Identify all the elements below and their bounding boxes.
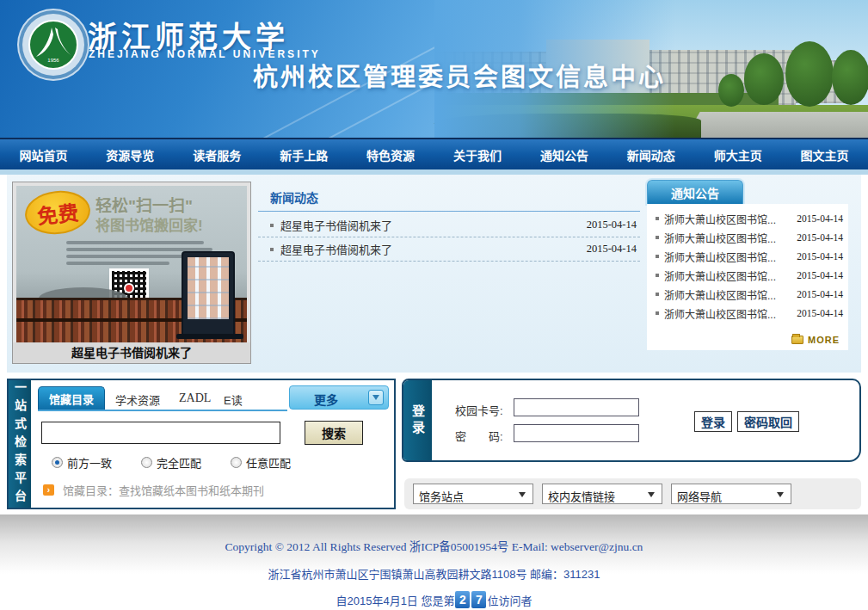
password-retrieve-button[interactable]: 密码取回 — [737, 411, 799, 432]
news-banner[interactable]: 免费 轻松"扫一扫" 将图书馆搬回家! 超星电子书借阅机来了 — [12, 182, 251, 364]
tree-shape — [832, 50, 868, 105]
announcement-item[interactable]: 浙师大萧山校区图书馆... 2015-04-14 — [650, 209, 843, 228]
address-line: 浙江省杭州市萧山区宁围镇萧山高教园耕文路1108号 邮编：311231 — [0, 554, 868, 582]
nav-item-news[interactable]: 新闻动态 — [607, 139, 694, 169]
poster-headline-1: 轻松"扫一扫" — [95, 193, 193, 216]
announcement-title[interactable]: 浙师大萧山校区图书馆... — [664, 231, 793, 245]
chevron-down-icon[interactable] — [368, 390, 384, 405]
select-web-navigation[interactable]: 网络导航 — [671, 484, 791, 504]
announcement-title[interactable]: 浙师大萧山校区图书馆... — [664, 212, 793, 226]
folder-icon — [791, 336, 803, 344]
search-platform-panel: 一站式检索平台 馆藏目录 学术资源 ZADL E读 更多 搜索 前方一致 完全匹… — [7, 379, 396, 509]
catalog-hint: › 馆藏目录：查找馆藏纸本图书和纸本期刊 — [43, 482, 264, 498]
tab-catalog[interactable]: 馆藏目录 — [38, 386, 105, 410]
tree-shape — [718, 74, 744, 107]
tab-eread[interactable]: E读 — [224, 391, 243, 408]
visitor-counter: 自2015年4月1日 您是第 2 7 位访问者 — [0, 582, 868, 608]
radio-prefix-match[interactable]: 前方一致 — [52, 454, 112, 471]
bullet-icon — [656, 217, 659, 220]
announcement-date: 2015-04-14 — [793, 270, 843, 280]
nav-item-home[interactable]: 网站首页 — [0, 139, 87, 169]
poster-image: 免费 轻松"扫一扫" 将图书馆搬回家! — [16, 186, 247, 342]
radio-any-match[interactable]: 任意匹配 — [231, 454, 291, 471]
tree-shape — [744, 53, 784, 105]
bullet-icon — [270, 224, 274, 227]
news-section: 新闻动态 超星电子书借阅机来了 2015-04-14 超星电子书借阅机来了 20… — [258, 183, 640, 262]
nav-item-announcements[interactable]: 通知公告 — [520, 139, 607, 169]
nav-item-getting-started[interactable]: 新手上路 — [261, 139, 348, 169]
search-button[interactable]: 搜索 — [305, 421, 363, 445]
news-item-date: 2015-04-14 — [587, 243, 640, 256]
announcement-date: 2015-04-14 — [793, 308, 843, 318]
poster-headline-2: 将图书馆搬回家! — [95, 213, 203, 235]
nav-item-resources[interactable]: 资源导览 — [87, 139, 174, 169]
nav-item-library-home[interactable]: 图文主页 — [781, 139, 868, 169]
tab-academic-resources[interactable]: 学术资源 — [115, 391, 160, 408]
qr-logo-dot — [124, 283, 134, 293]
announcement-title[interactable]: 浙师大萧山校区图书馆... — [664, 287, 793, 302]
radio-icon — [231, 457, 242, 468]
more-label[interactable]: MORE — [808, 335, 840, 345]
news-underline — [258, 211, 640, 212]
news-item[interactable]: 超星电子书借阅机来了 2015-04-14 — [258, 237, 640, 262]
card-number-label: 校园卡号: — [455, 402, 503, 418]
site-title: 杭州校区管理委员会图文信息中心 — [253, 57, 666, 93]
announcement-title[interactable]: 浙师大萧山校区图书馆... — [664, 306, 793, 321]
bullet-icon — [270, 248, 274, 251]
tree-shape — [785, 41, 834, 107]
announcement-item[interactable]: 浙师大萧山校区图书馆... 2015-04-14 — [650, 228, 843, 247]
poster-text-bar — [66, 262, 169, 265]
main-navigation: 网站首页 资源导览 读者服务 新手上路 特色资源 关于我们 通知公告 新闻动态 … — [0, 138, 868, 169]
password-input[interactable] — [514, 424, 639, 442]
chevron-down-icon — [777, 492, 784, 497]
select-campus-links[interactable]: 校内友情链接 — [542, 484, 662, 504]
login-button[interactable]: 登录 — [694, 411, 732, 432]
search-input[interactable] — [41, 422, 280, 444]
select-library-sites[interactable]: 馆务站点 — [413, 484, 533, 504]
main-content: 免费 轻松"扫一扫" 将图书馆搬回家! 超星电子书借阅机来了 新闻动态 — [7, 175, 861, 373]
counter-prefix: 自2015年4月1日 您是第 — [336, 592, 454, 608]
login-sidebar: 登录 — [403, 380, 432, 460]
chevron-down-icon — [648, 492, 655, 497]
news-item[interactable]: 超星电子书借阅机来了 2015-04-14 — [258, 213, 640, 237]
seal-year: 1956 — [47, 58, 59, 63]
tab-zadl[interactable]: ZADL — [179, 391, 211, 405]
university-logo: 1956 — [14, 5, 93, 84]
header: 1956 浙江师范大学 ZHEJIANG NORMAL UNIVERSITY 杭… — [0, 0, 868, 138]
banner-caption[interactable]: 超星电子书借阅机来了 — [13, 342, 250, 363]
announcement-title[interactable]: 浙师大萧山校区图书馆... — [664, 268, 793, 283]
announcement-item[interactable]: 浙师大萧山校区图书馆... 2015-04-14 — [650, 304, 843, 323]
nav-item-special-resources[interactable]: 特色资源 — [348, 139, 434, 169]
catalog-hint-text: 馆藏目录：查找馆藏纸本图书和纸本期刊 — [63, 482, 264, 498]
more-tabs-button[interactable]: 更多 — [289, 385, 389, 410]
walkway-shape — [685, 112, 868, 138]
announcement-date: 2015-04-14 — [793, 232, 843, 243]
login-label: 登录 — [409, 404, 427, 437]
announcement-item[interactable]: 浙师大萧山校区图书馆... 2015-04-14 — [650, 247, 843, 266]
bullet-icon — [656, 236, 659, 239]
announcements-panel: 浙师大萧山校区图书馆... 2015-04-14 浙师大萧山校区图书馆... 2… — [647, 204, 848, 350]
match-mode-options: 前方一致 完全匹配 任意匹配 — [52, 454, 320, 471]
login-panel: 登录 校园卡号: 密 码: 登录 密码取回 — [402, 379, 861, 462]
announcement-date: 2015-04-14 — [793, 289, 843, 299]
poster-free-badge: 免费 — [23, 188, 93, 237]
nav-item-reader-services[interactable]: 读者服务 — [174, 139, 261, 169]
ebook-kiosk-shape — [182, 251, 235, 337]
card-number-input[interactable] — [514, 398, 639, 416]
arrow-right-icon: › — [43, 484, 54, 496]
poster-text-bar — [66, 241, 204, 244]
announcement-item[interactable]: 浙师大萧山校区图书馆... 2015-04-14 — [650, 285, 843, 304]
nav-item-about-us[interactable]: 关于我们 — [434, 139, 521, 169]
radio-exact-match[interactable]: 完全匹配 — [141, 454, 201, 471]
announcement-item[interactable]: 浙师大萧山校区图书馆... 2015-04-14 — [650, 266, 843, 285]
kiosk-screen — [188, 257, 229, 319]
copyright-line: Copyright © 2012 All Rights Reserved 浙IC… — [0, 514, 868, 554]
counter-digit: 2 — [455, 591, 470, 608]
news-item-title[interactable]: 超星电子书借阅机来了 — [280, 217, 587, 233]
news-item-title[interactable]: 超星电子书借阅机来了 — [280, 241, 587, 257]
bullet-icon — [656, 293, 659, 296]
more-announcements-link[interactable]: MORE — [791, 335, 840, 345]
announcement-title[interactable]: 浙师大萧山校区图书馆... — [664, 250, 793, 264]
announcements-tab[interactable]: 通知公告 — [647, 180, 743, 204]
nav-item-university-home[interactable]: 师大主页 — [694, 139, 781, 169]
